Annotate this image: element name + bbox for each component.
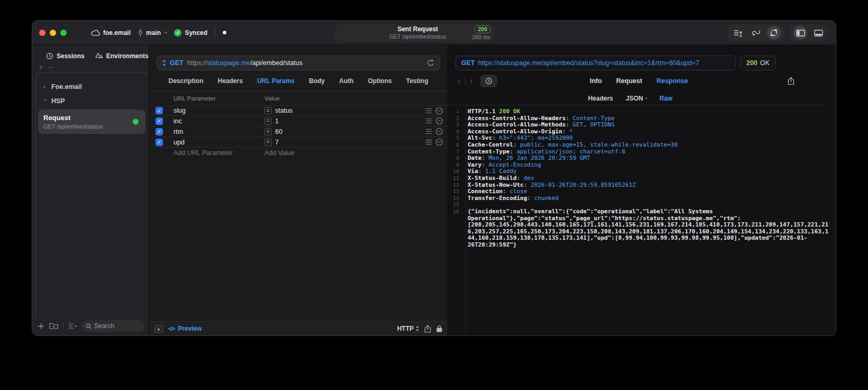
param-checkbox[interactable]: ✓ [156, 107, 163, 114]
tab-sessions[interactable]: Sessions [46, 52, 85, 60]
line-number: 2 [448, 115, 462, 122]
add-param-name-placeholder[interactable]: Add URL Parameter [173, 149, 264, 157]
lock-icon[interactable] [436, 325, 442, 332]
minimize-button[interactable] [50, 30, 56, 36]
toggle-sidebar-icon[interactable] [793, 26, 807, 40]
tab-testing[interactable]: Testing [406, 77, 428, 85]
param-name-input[interactable]: upd [173, 139, 264, 146]
sidebar-search[interactable] [81, 320, 144, 332]
url-path: /api/embed/status [250, 59, 303, 67]
sidebar-request-item[interactable]: Request GET /api/embed/status [38, 110, 145, 134]
protocol-label: HTTP [397, 325, 414, 332]
toggle-bottom-panel-icon[interactable] [811, 26, 825, 40]
param-checkbox[interactable]: ✓ [156, 117, 163, 125]
remove-row-icon[interactable] [435, 107, 443, 115]
list-options-icon[interactable] [68, 323, 77, 329]
row-options-icon[interactable] [425, 118, 432, 124]
protocol-selector[interactable]: HTTP [397, 325, 419, 332]
param-row: ✓slug=status [149, 105, 447, 116]
line-number: 9 [448, 162, 462, 169]
tab-sessions-label: Sessions [57, 52, 85, 60]
status-code-badge: 200 [474, 25, 490, 33]
share-request-icon[interactable] [424, 325, 431, 333]
export-response-icon[interactable] [788, 77, 794, 85]
code-segment: 200 OK [499, 108, 520, 115]
request-order-icon[interactable] [731, 26, 745, 40]
tab-description[interactable]: Description [169, 77, 204, 85]
tab-body[interactable]: Body [309, 77, 325, 85]
sync-status[interactable]: ✓ Synced [174, 29, 207, 37]
history-clock-icon [46, 52, 53, 60]
remove-row-icon[interactable] [435, 138, 443, 146]
chevron-down-icon: › [42, 99, 49, 103]
row-options-icon[interactable] [425, 108, 432, 114]
tab-options[interactable]: Options [368, 77, 391, 85]
close-button[interactable] [39, 30, 45, 36]
editor-footer: ▲ </>Preview HTTP [149, 321, 447, 335]
param-name-input[interactable]: inc [173, 117, 264, 125]
tab-url-params[interactable]: URL Params [257, 77, 295, 85]
tab-auth[interactable]: Auth [339, 77, 353, 85]
method-stepper-icon[interactable] [162, 60, 166, 66]
remove-row-icon[interactable] [435, 128, 443, 135]
new-folder-icon[interactable] [49, 322, 58, 330]
history-back-button[interactable]: ‹ [455, 76, 463, 86]
preview-button[interactable]: </>Preview [168, 325, 202, 332]
branch-selector[interactable]: main › [138, 29, 167, 37]
tab-info[interactable]: Info [590, 77, 602, 85]
row-options-icon[interactable] [425, 129, 432, 134]
code-segment: : [562, 128, 569, 135]
sync-loop-icon[interactable] [749, 26, 763, 40]
tree-item-label: Foe.email [51, 83, 82, 90]
request-url[interactable]: https://statuspage.me/api/embed/status [187, 59, 303, 67]
search-input[interactable] [94, 322, 140, 330]
resend-request-icon[interactable] [427, 59, 434, 67]
subtab-headers[interactable]: Headers [588, 95, 613, 102]
code-segment: public, max-age=15, stale-while-revalida… [520, 141, 678, 148]
tab-request[interactable]: Request [616, 77, 642, 85]
code-segment: GET, OPTIONS [573, 121, 615, 128]
param-value-input[interactable]: 7 [275, 139, 279, 146]
param-checkbox[interactable]: ✓ [156, 128, 163, 135]
code-segment: : [513, 141, 520, 148]
row-options-icon[interactable] [425, 139, 432, 145]
history-button[interactable] [480, 75, 497, 87]
add-param-row[interactable]: Add URL Parameter Add Value [149, 148, 447, 158]
sync-label: Synced [185, 29, 207, 37]
param-value-cell: =status [264, 107, 420, 114]
add-param-value-placeholder[interactable]: Add Value [264, 149, 420, 157]
param-value-input[interactable]: status [275, 107, 293, 114]
request-item-title: Request [43, 114, 140, 122]
remove-session-button[interactable]: − [48, 63, 52, 71]
tab-environments[interactable]: Environments [95, 52, 149, 60]
environments-icon [95, 52, 103, 60]
response-body[interactable]: 1HTTP/1.1 200 OK2Access-Control-Allow-He… [448, 105, 836, 335]
code-line: 14Transfer-Encoding: chunked [448, 195, 836, 202]
subtab-raw[interactable]: Raw [660, 95, 673, 102]
param-name-input[interactable]: slug [173, 107, 264, 114]
add-session-button[interactable]: + [39, 63, 43, 71]
project-switcher[interactable]: foe.email [91, 29, 131, 37]
import-export-icon[interactable] [767, 26, 781, 40]
tab-response[interactable]: Response [656, 77, 688, 85]
request-method[interactable]: GET [170, 59, 184, 67]
response-request-url[interactable]: GET https://statuspage.me/api/embed/stat… [455, 56, 736, 70]
zoom-button[interactable] [60, 30, 67, 36]
param-name-input[interactable]: rtm [173, 128, 264, 135]
collapse-panel-button[interactable]: ▲ [154, 325, 163, 333]
tab-headers[interactable]: Headers [218, 77, 243, 85]
sent-request-status-pill[interactable]: Sent Request GET /api/embed/status 200 2… [334, 24, 496, 42]
request-url-bar[interactable]: GET https://statuspage.me/api/embed/stat… [157, 56, 440, 70]
synced-check-icon: ✓ [174, 29, 181, 37]
titlebar-icon-group-left [727, 24, 785, 41]
tree-item-hsp[interactable]: › HSP [38, 94, 145, 108]
param-value-input[interactable]: 60 [275, 128, 282, 135]
param-value-input[interactable]: 1 [275, 117, 279, 125]
subtab-json[interactable]: JSON› [626, 95, 647, 102]
history-forward-button[interactable]: › [468, 76, 475, 86]
request-tree: › Foe.email › HSP Request GET /api/embed… [35, 72, 149, 319]
remove-row-icon[interactable] [435, 117, 443, 125]
param-checkbox[interactable]: ✓ [156, 139, 163, 146]
tree-item-foe-email[interactable]: › Foe.email [38, 79, 145, 94]
add-request-button[interactable] [38, 323, 44, 330]
